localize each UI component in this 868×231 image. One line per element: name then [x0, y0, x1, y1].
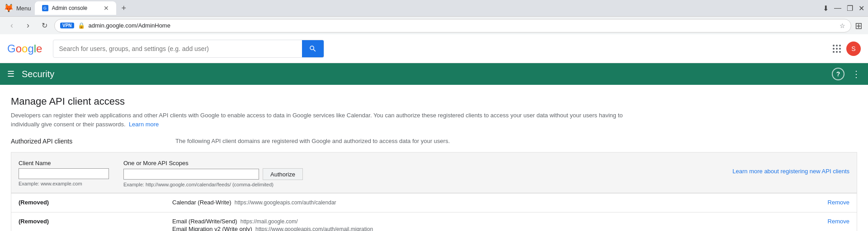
search-input[interactable]	[53, 45, 302, 52]
api-scopes-input[interactable]	[123, 169, 259, 180]
new-tab-button[interactable]: +	[118, 2, 130, 15]
scope-url: https://www.googleapis.com/auth/email.mi…	[255, 226, 373, 231]
app-bar-icons: S	[833, 42, 861, 56]
authorize-button[interactable]: Authorize	[263, 168, 303, 180]
page-description: Developers can register their web applic…	[11, 111, 644, 129]
bookmark-icon[interactable]: ☆	[840, 22, 845, 29]
hamburger-icon[interactable]: ☰	[7, 69, 14, 79]
api-scopes-label: One or More API Scopes	[123, 160, 303, 166]
firefox-logo-icon: 🦊	[4, 3, 14, 13]
app-bar: Google S	[0, 34, 868, 63]
logo-g2: g	[28, 42, 33, 55]
download-icon[interactable]: ⬇	[823, 4, 829, 13]
client-action-cell: Remove	[757, 213, 857, 231]
authorized-clients-label: Authorized API clients	[11, 138, 165, 145]
reload-button[interactable]: ↻	[38, 19, 51, 32]
api-clients-section: Authorized API clients The following API…	[11, 138, 857, 145]
search-button[interactable]	[302, 40, 324, 58]
client-action-cell: Remove	[757, 194, 857, 213]
close-button[interactable]: ✕	[859, 4, 864, 13]
client-scopes-cell: Calendar (Read-Write) https://www.google…	[165, 194, 757, 213]
scope-line: Email (Read/Write/Send) https://mail.goo…	[172, 218, 750, 225]
forward-button[interactable]: ›	[22, 19, 34, 32]
scope-name: Email (Read/Write/Send)	[172, 218, 237, 225]
scope-url: https://mail.google.com/	[241, 218, 298, 225]
google-logo: Google	[7, 42, 42, 55]
logo-g1: G	[7, 42, 16, 55]
maximize-button[interactable]: ❐	[847, 4, 853, 13]
section-title: Security	[22, 69, 54, 79]
remove-link[interactable]: Remove	[828, 218, 849, 225]
logo-e: e	[36, 42, 42, 55]
api-scopes-example: Example: http://www.google.com/calendar/…	[123, 182, 303, 187]
registered-clients-desc: The following API client domains are reg…	[175, 138, 857, 145]
client-name-cell: (Removed)	[11, 213, 165, 231]
scope-name: Calendar (Read-Write)	[172, 199, 231, 206]
active-tab[interactable]: G Admin console ✕	[35, 1, 116, 15]
scope-line: Email Migration v2 (Write only) https://…	[172, 226, 750, 231]
client-scopes-cell: Email (Read/Write/Send) https://mail.goo…	[165, 213, 757, 231]
client-table: (Removed)Calendar (Read-Write) https://w…	[11, 193, 857, 231]
client-name-field: Client Name Example: www.example.com	[19, 160, 109, 186]
learn-more-link[interactable]: Learn more	[129, 121, 159, 128]
section-header: ☰ Security ? ⋮	[0, 63, 868, 85]
learn-api-link[interactable]: Learn more about registering new API cli…	[732, 168, 849, 175]
api-scope-field: One or More API Scopes Authorize Example…	[123, 160, 303, 187]
scope-name: Email Migration v2 (Write only)	[172, 226, 252, 231]
remove-link[interactable]: Remove	[828, 199, 849, 206]
menu-label[interactable]: Menu	[16, 5, 31, 12]
form-area: Client Name Example: www.example.com One…	[11, 152, 857, 193]
more-icon[interactable]: ⋮	[852, 69, 861, 79]
client-name-cell: (Removed)	[11, 194, 165, 213]
description-text: Developers can register their web applic…	[11, 112, 623, 128]
tab-close-button[interactable]: ✕	[104, 5, 109, 12]
browser-apps-icon[interactable]: ⊞	[855, 20, 863, 31]
minimize-button[interactable]: —	[834, 4, 841, 12]
apps-grid-icon[interactable]	[833, 45, 841, 53]
address-bar[interactable]: VPN 🔒 admin.google.com/AdminHome ☆	[54, 19, 851, 32]
tab-title: Admin console	[52, 5, 100, 11]
lock-icon: 🔒	[78, 22, 85, 29]
client-name-label: Client Name	[19, 160, 109, 166]
url-display[interactable]: admin.google.com/AdminHome	[89, 22, 836, 29]
form-table-wrapper: Client Name Example: www.example.com One…	[11, 152, 857, 231]
table-row: (Removed)Calendar (Read-Write) https://w…	[11, 194, 857, 213]
table-row: (Removed)Email (Read/Write/Send) https:/…	[11, 213, 857, 231]
search-bar[interactable]	[53, 40, 324, 58]
vpn-badge: VPN	[60, 23, 74, 28]
page-title: Manage API client access	[11, 96, 857, 107]
user-avatar[interactable]: S	[846, 42, 861, 56]
scope-line: Calendar (Read-Write) https://www.google…	[172, 199, 750, 206]
main-content: Manage API client access Developers can …	[0, 85, 868, 231]
help-icon[interactable]: ?	[832, 68, 844, 80]
scope-url: https://www.googleapis.com/auth/calendar	[235, 199, 336, 206]
logo-o1: o	[16, 42, 22, 55]
back-button[interactable]: ‹	[5, 19, 18, 32]
tab-favicon: G	[42, 5, 48, 11]
client-name-input[interactable]	[19, 168, 109, 179]
logo-o2: o	[22, 42, 28, 55]
client-name-example: Example: www.example.com	[19, 181, 109, 186]
